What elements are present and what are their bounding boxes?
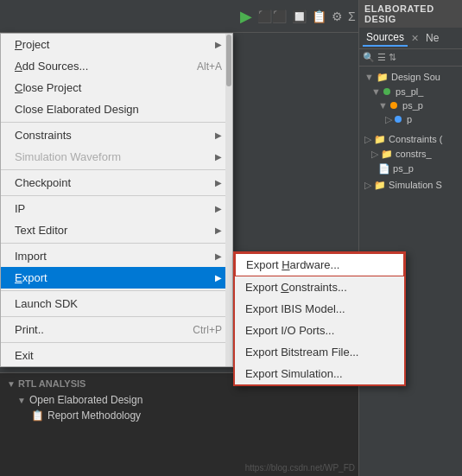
menu-item-print[interactable]: Print.. Ctrl+P — [1, 319, 232, 340]
tree-item-ps-p[interactable]: ▼ ps_p — [361, 98, 460, 112]
separator-2 — [1, 169, 232, 170]
submenu-item-export-bitstream[interactable]: Export Bitstream File... — [235, 341, 404, 363]
search-icon: 🔍 — [363, 52, 375, 63]
bottom-panel: ▼ RTL ANALYSIS ▼ Open Elaborated Design … — [0, 372, 358, 476]
print-shortcut: Ctrl+P — [193, 324, 222, 336]
menu-item-ip-label: IP — [15, 202, 25, 215]
menu-item-close-elaborated[interactable]: Close Elaborated Design — [1, 98, 232, 120]
menu-item-exit[interactable]: Exit — [1, 345, 232, 366]
menu-item-project[interactable]: Project ▶ — [1, 34, 232, 55]
separator-5 — [1, 290, 232, 291]
export-submenu: Export Hardware... Export Constraints...… — [233, 251, 406, 386]
file-menu: Project ▶ Add Sources... Alt+A Close Pro… — [0, 33, 233, 367]
submenu-item-export-simulation[interactable]: Export Simulation... — [235, 363, 404, 384]
submenu-item-export-hardware[interactable]: Export Hardware... — [235, 253, 404, 276]
tree-item-design-sources: ▼ 📁 Design Sou — [361, 70, 460, 85]
submenu-item-export-ibis[interactable]: Export IBIS Model... — [235, 298, 404, 320]
menu-item-constraints-label: Constraints — [15, 129, 72, 142]
report-methodology-item[interactable]: 📋 Report Methodology — [17, 408, 351, 423]
menu-item-close-elaborated-label: Close Elaborated Design — [15, 103, 139, 116]
menu-item-export[interactable]: Export ▶ — [1, 267, 232, 289]
menu-item-close-project[interactable]: Close Project — [1, 77, 232, 98]
menu-item-launch-sdk-label: Launch SDK — [15, 297, 78, 310]
run-icon[interactable]: ▶ — [240, 7, 252, 26]
submenu-export-ibis-label: Export IBIS Model... — [245, 302, 345, 315]
right-panel-search-bar: 🔍 ☰ ⇅ — [359, 49, 462, 67]
toolbar-btn3[interactable]: 📋 — [312, 10, 326, 23]
checkpoint-arrow-icon: ▶ — [215, 178, 222, 187]
menu-item-launch-sdk[interactable]: Launch SDK — [1, 293, 232, 314]
submenu-export-simulation-label: Export Simulation... — [245, 367, 343, 380]
menu-item-text-editor-label: Text Editor — [15, 224, 67, 237]
add-sources-shortcut: Alt+A — [197, 60, 222, 73]
sigma-icon[interactable]: Σ — [348, 10, 356, 23]
menu-item-close-project-label: Close Project — [15, 81, 81, 94]
ip-arrow-icon: ▶ — [215, 204, 222, 213]
menu-item-import-label: Import — [15, 250, 47, 263]
tree-item-ps-pl[interactable]: ▼ ps_pl_ — [361, 85, 460, 98]
submenu-export-io-ports-label: Export I/O Ports... — [245, 324, 334, 337]
toolbar-btn2[interactable]: 🔲 — [292, 10, 307, 23]
tab-ne[interactable]: Ne — [422, 30, 442, 46]
sort-icon: ⇅ — [389, 52, 396, 63]
right-panel: ELABORATED DESIG Sources ✕ Ne 🔍 ☰ ⇅ ▼ 📁 … — [358, 0, 462, 476]
menu-item-add-sources[interactable]: Add Sources... Alt+A — [1, 55, 232, 77]
separator-7 — [1, 342, 232, 343]
tree-item-constraints: ▷ 📁 Constraints ( — [361, 132, 460, 147]
separator-6 — [1, 316, 232, 317]
settings-icon[interactable]: ⚙ — [332, 10, 343, 23]
tree-item-constrs[interactable]: ▷ 📁 constrs_ — [361, 147, 460, 162]
text-editor-arrow-icon: ▶ — [215, 225, 222, 235]
filter-icon: ☰ — [377, 52, 386, 63]
submenu-export-constraints-label: Export Constraints... — [245, 281, 347, 294]
export-arrow-icon: ▶ — [215, 273, 222, 282]
menu-item-text-editor[interactable]: Text Editor ▶ — [1, 219, 232, 241]
menu-item-simulation-waveform-label: Simulation Waveform — [15, 150, 121, 163]
toolbar-icons: ▶ ⬛⬛ 🔲 📋 ⚙ Σ ✕ — [240, 7, 371, 26]
report-icon: 📋 — [31, 409, 44, 422]
tree-item-p[interactable]: ▷ p — [361, 112, 460, 127]
separator-4 — [1, 243, 232, 244]
menu-item-add-sources-label: Add Sources... — [15, 60, 88, 73]
import-arrow-icon: ▶ — [215, 251, 222, 261]
menu-item-simulation-waveform: Simulation Waveform ▶ — [1, 146, 232, 168]
submenu-item-export-constraints[interactable]: Export Constraints... — [235, 276, 404, 298]
open-elaborated-design-label: ▼ Open Elaborated Design — [17, 392, 351, 408]
submenu-export-hardware-label: Export Hardware... — [246, 258, 339, 271]
right-panel-header: ELABORATED DESIG — [359, 0, 462, 28]
source-tree: ▼ 📁 Design Sou ▼ ps_pl_ ▼ ps_p ▷ p ▷ 📁 C… — [359, 67, 462, 196]
menu-item-import[interactable]: Import ▶ — [1, 245, 232, 267]
sim-arrow-icon: ▶ — [215, 152, 222, 162]
submenu-item-export-io-ports[interactable]: Export I/O Ports... — [235, 320, 404, 341]
toolbar-btn1[interactable]: ⬛⬛ — [257, 10, 287, 23]
menu-item-project-label: Project — [15, 38, 49, 51]
arrow-icon: ▶ — [215, 40, 222, 49]
menu-scrollbar-thumb — [226, 35, 231, 86]
menu-item-exit-label: Exit — [15, 349, 34, 362]
tree-item-ps-p2[interactable]: 📄 ps_p — [361, 162, 460, 176]
submenu-export-bitstream-label: Export Bitstream File... — [245, 346, 358, 359]
separator-3 — [1, 195, 232, 196]
tab-close[interactable]: ✕ — [411, 33, 419, 44]
tree-item-simulation: ▷ 📁 Simulation S — [361, 178, 460, 193]
tab-sources[interactable]: Sources — [363, 29, 408, 47]
separator-1 — [1, 122, 232, 123]
menu-item-print-label: Print.. — [15, 323, 44, 336]
watermark: https://blog.csdn.net/WP_FD — [245, 463, 355, 473]
menu-item-checkpoint-label: Checkpoint — [15, 176, 71, 189]
menu-item-export-label: Export — [15, 271, 47, 284]
menu-item-ip[interactable]: IP ▶ — [1, 198, 232, 219]
menu-item-constraints[interactable]: Constraints ▶ — [1, 124, 232, 146]
menu-scrollbar[interactable] — [225, 34, 232, 366]
constraints-arrow-icon: ▶ — [215, 130, 222, 140]
menu-item-checkpoint[interactable]: Checkpoint ▶ — [1, 172, 232, 194]
right-panel-tabs: Sources ✕ Ne — [359, 28, 462, 49]
